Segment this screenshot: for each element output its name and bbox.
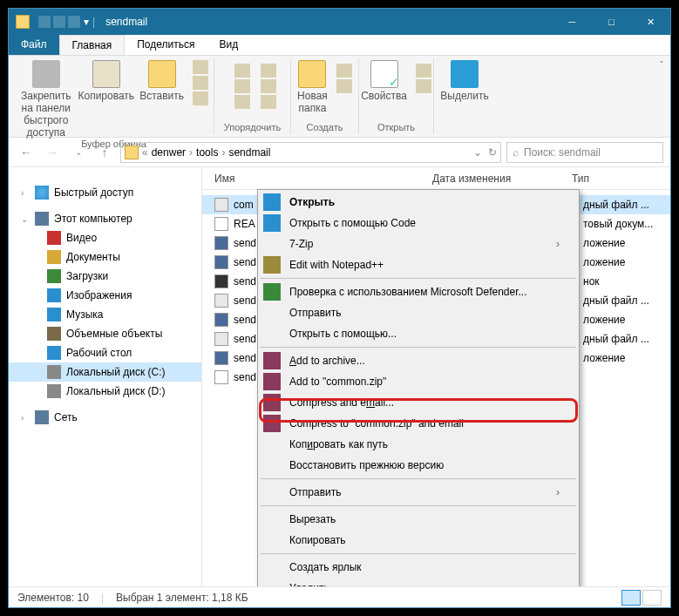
ctx-send-to[interactable]: Отправить› [260, 482, 577, 503]
back-button[interactable]: ← [16, 142, 37, 163]
ctx-compress-zip-email[interactable]: Compress to "common.zip" and email [260, 413, 577, 434]
ctx-delete[interactable]: Удалить [260, 578, 577, 586]
nav-music[interactable]: Музыка [9, 305, 201, 324]
organize-label: Упорядочить [224, 122, 281, 132]
file-icon [214, 370, 228, 384]
select-button[interactable]: Выделить [440, 60, 488, 102]
file-icon [214, 351, 228, 365]
file-icon [214, 332, 228, 346]
view-thumbs-button[interactable] [642, 590, 662, 606]
file-icon [214, 198, 228, 212]
ctx-open[interactable]: Открыть [260, 192, 577, 213]
file-icon [214, 255, 228, 269]
ribbon: Закрепить на панели быстрого доступа Коп… [9, 56, 670, 138]
nav-video[interactable]: Видео [9, 228, 201, 247]
ctx-cut[interactable]: Вырезать [260, 509, 577, 530]
file-icon [214, 313, 228, 327]
nav-this-pc[interactable]: ⌄Этот компьютер [9, 209, 201, 228]
open-label: Открыть [377, 122, 415, 132]
ctx-copy-path[interactable]: Копировать как путь [260, 434, 577, 455]
ctx-add-zip[interactable]: Add to "common.zip" [260, 371, 577, 392]
ctx-restore[interactable]: Восстановить прежнюю версию [260, 455, 577, 476]
ctx-7zip[interactable]: 7-Zip› [260, 234, 577, 254]
nav-objects[interactable]: Объемные объекты [9, 324, 201, 343]
ctx-copy[interactable]: Копировать [260, 530, 577, 551]
close-button[interactable]: ✕ [631, 9, 670, 35]
ctx-open-with[interactable]: Открыть с помощью... [260, 323, 577, 344]
folder-icon [16, 15, 30, 29]
file-icon [214, 217, 228, 231]
address-bar: ← → ⌄ ↑ « denwer› tools› sendmail ⌄ ↻ ⌕ … [9, 138, 670, 167]
nav-disk-d[interactable]: Локальный диск (D:) [9, 382, 201, 401]
nav-documents[interactable]: Документы [9, 247, 201, 267]
create-label: Создать [307, 122, 343, 132]
recent-button[interactable]: ⌄ [68, 142, 89, 163]
quick-access-toolbar [38, 16, 80, 28]
new-folder-button[interactable]: Новая папка [297, 60, 328, 114]
ctx-open-code[interactable]: Открыть с помощью Code [260, 213, 577, 234]
ctx-compress-email[interactable]: Compress and email... [260, 392, 577, 413]
chevron-right-icon: › [556, 238, 560, 250]
copy-button[interactable]: Копировать [78, 60, 135, 102]
chevron-right-icon: › [556, 486, 560, 498]
column-headers[interactable]: Имя Дата изменения Тип [202, 167, 670, 190]
breadcrumb[interactable]: « denwer› tools› sendmail ⌄ ↻ [120, 142, 501, 163]
nav-quick-access[interactable]: ›Быстрый доступ [9, 183, 201, 202]
search-input[interactable]: ⌕ Поиск: sendmail [506, 142, 663, 163]
status-count: Элементов: 10 [17, 592, 89, 604]
titlebar: ▾ | sendmail ─ □ ✕ [9, 9, 670, 35]
menu-home[interactable]: Главная [59, 35, 126, 55]
status-selection: Выбран 1 элемент: 1,18 КБ [116, 592, 248, 604]
up-button[interactable]: ↑ [94, 142, 115, 163]
minimize-button[interactable]: ─ [553, 9, 592, 35]
view-details-button[interactable] [621, 590, 641, 606]
menu-share[interactable]: Поделиться [125, 35, 207, 55]
forward-button[interactable]: → [42, 142, 63, 163]
properties-button[interactable]: Свойства [361, 60, 407, 102]
ctx-defender[interactable]: Проверка с использованием Microsoft Defe… [260, 281, 577, 302]
nav-images[interactable]: Изображения [9, 286, 201, 305]
ctx-notepadpp[interactable]: Edit with Notepad++ [260, 254, 577, 275]
search-icon: ⌕ [513, 146, 519, 159]
file-icon [214, 236, 228, 250]
paste-button[interactable]: Вставить [139, 60, 184, 102]
menu-file[interactable]: Файл [9, 35, 59, 55]
ctx-shortcut[interactable]: Создать ярлык [260, 557, 577, 578]
ribbon-collapse-icon[interactable]: ˇ [658, 58, 665, 134]
window-title: sendmail [105, 16, 147, 28]
menubar: Файл Главная Поделиться Вид [9, 35, 670, 56]
menu-view[interactable]: Вид [207, 35, 250, 55]
maximize-button[interactable]: □ [592, 9, 631, 35]
nav-network[interactable]: ›Сеть [9, 408, 201, 427]
file-list-pane: Имя Дата изменения Тип comдный файл ...R… [202, 167, 670, 586]
pin-button[interactable]: Закрепить на панели быстрого доступа [19, 60, 73, 139]
file-icon [214, 294, 228, 308]
nav-desktop[interactable]: Рабочий стол [9, 343, 201, 362]
nav-downloads[interactable]: Загрузки [9, 267, 201, 286]
context-menu: Открыть Открыть с помощью Code 7-Zip› Ed… [257, 189, 580, 586]
nav-disk-c[interactable]: Локальный диск (C:) [9, 362, 201, 382]
navigation-pane: ›Быстрый доступ ⌄Этот компьютер Видео До… [9, 167, 202, 586]
status-bar: Элементов: 10 | Выбран 1 элемент: 1,18 К… [9, 586, 670, 607]
file-icon [214, 274, 228, 288]
ctx-add-archive[interactable]: Add to archive... [260, 350, 577, 371]
ctx-send[interactable]: Отправить [260, 302, 577, 323]
